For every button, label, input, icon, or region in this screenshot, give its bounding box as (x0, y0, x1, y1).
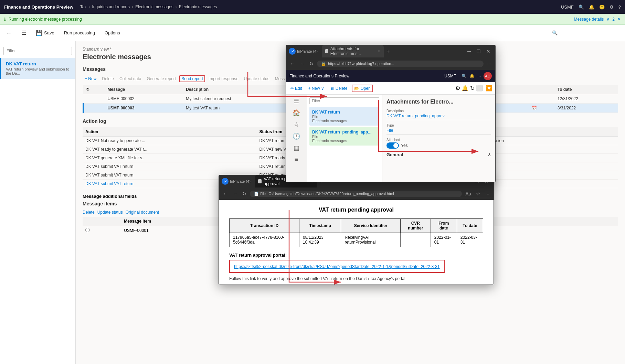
browser-more-button-1[interactable]: ··· (486, 60, 492, 67)
message-id-1[interactable]: USMF-000002 (105, 94, 183, 104)
erp-sidebar-grid[interactable]: ▦ (294, 144, 299, 152)
back-button[interactable]: ← (4, 29, 14, 38)
col-message[interactable]: Message (105, 85, 183, 94)
erp-toolbar-icon-1[interactable]: ⚙ (455, 85, 460, 91)
erp-toolbar-icon-3[interactable]: ↻ (470, 85, 475, 91)
erp-new-button[interactable]: + New ∨ (307, 85, 326, 92)
tab-title-1: Attachments for Electronic mes... (330, 46, 375, 56)
erp-sidebar-star[interactable]: ☆ (294, 121, 299, 128)
mi-radio-1[interactable] (85, 228, 90, 232)
minimize-button-1[interactable]: ─ (465, 48, 473, 55)
import-response-button[interactable]: Import response (206, 75, 241, 82)
update-status-button[interactable]: Update status (242, 75, 272, 82)
lock-icon: 🔒 (321, 62, 326, 66)
maximize-button-1[interactable]: ☐ (474, 48, 483, 55)
erp-inner-search-icon[interactable]: 🔍 (462, 74, 467, 78)
run-processing-button[interactable]: Run processing (62, 29, 97, 37)
vat-approval-link[interactable]: https://skttsit52-por.skat.dk/ntse-front… (234, 264, 440, 269)
erp-list-item-sub1-2: File (312, 135, 377, 139)
mi-delete-button[interactable]: Delete (83, 210, 95, 215)
erp-inner-bell-icon[interactable]: 🔔 (469, 74, 475, 78)
smiley-icon[interactable]: 🙂 (599, 4, 605, 10)
vat-timestamp: 08/11/2023 10:41:39 (299, 233, 341, 247)
erp-list-item-1[interactable]: DK VAT return File Electronic messages (309, 107, 379, 126)
browser-back-button[interactable]: ← (289, 60, 296, 67)
browser-forward-button[interactable]: → (298, 60, 306, 67)
sidebar-item-dk-vat[interactable]: DK VAT return VAT return preview and sub… (0, 58, 75, 79)
browser-address-bar-1[interactable]: 🔒 https://hxbh71wrpfdeabixg7.operation..… (317, 61, 484, 67)
col-refresh: ↻ (83, 85, 105, 94)
attached-toggle[interactable] (386, 142, 399, 149)
erp-sidebar-hamburger[interactable]: ☰ (294, 97, 299, 105)
file-icon: 📄 (254, 192, 259, 196)
generate-report-button[interactable]: Generate report (145, 75, 178, 82)
search-icon[interactable]: 🔍 (579, 4, 584, 10)
erp-edit-button[interactable]: ✏ Edit (289, 85, 304, 92)
erp-sidebar-home[interactable]: 🏠 (293, 109, 300, 117)
message-id-2[interactable]: USMF-000003 (105, 104, 183, 113)
vat-transaction-id: 117966a5-ac47-4778-8160-5c6446f3da (230, 233, 299, 247)
mi-original-doc-button[interactable]: Original document (126, 210, 159, 215)
collect-data-button[interactable]: Collect data (117, 75, 143, 82)
vat-portal-label: VAT return approval portal: (229, 253, 483, 258)
erp-inner-more-icon[interactable]: ··· (477, 74, 481, 78)
calendar-icon[interactable]: 📅 (532, 106, 537, 110)
app-title: Finance and Operations Preview (4, 4, 73, 10)
section-collapse-icon[interactable]: ∧ (488, 152, 491, 157)
b2-star-button[interactable]: ☆ (475, 190, 482, 197)
notif-close-icon[interactable]: ✕ (617, 17, 621, 22)
erp-toolbar-icon-4[interactable]: ⬜ (476, 85, 483, 91)
message-details-link[interactable]: Message details (574, 17, 604, 22)
help-icon[interactable]: ? (618, 4, 621, 10)
erp-delete-button[interactable]: 🗑 Delete (329, 85, 349, 92)
breadcrumb-electronic1[interactable]: Electronic messages (135, 4, 173, 9)
browser-address-bar-2[interactable]: 📄 File C:/Users/egolub/Downloads/DK%20VA… (250, 191, 462, 197)
options-button[interactable]: Options (103, 29, 122, 37)
toolbar-search-input[interactable] (552, 28, 621, 38)
message-to-2: 3/31/2022 (555, 104, 618, 113)
new-tab-button-1[interactable]: + (386, 48, 390, 54)
breadcrumb-electronic2[interactable]: Electronic messages (179, 4, 217, 9)
erp-filter-input[interactable] (309, 97, 379, 104)
erp-list-item-sub2-2: Electronic messages (312, 139, 377, 143)
col-to-date[interactable]: To date (555, 85, 618, 94)
vat-col-to: To date (457, 219, 483, 233)
top-bar-right: USMF 🔍 🔔 🙂 ⚙ ? (561, 4, 621, 10)
vat-col-transaction: Transaction ID (230, 219, 299, 233)
send-report-button[interactable]: Send report (179, 75, 205, 82)
vat-cvr (400, 233, 431, 247)
erp-list-item-title-2: DK VAT return_pending_app... (312, 130, 377, 135)
erp-inner-window: Finance and Operations Preview USMF 🔍 🔔 … (286, 70, 495, 182)
vat-col-cvr: CVR number (400, 219, 431, 233)
mi-update-status-button[interactable]: Update status (97, 210, 123, 215)
erp-sidebar-clock[interactable]: 🕐 (293, 132, 300, 140)
delete-message-button[interactable]: Delete (100, 75, 116, 82)
col-action[interactable]: Action (83, 127, 257, 137)
b2-back-button[interactable]: ← (222, 190, 229, 197)
erp-sidebar-list[interactable]: ≡ (295, 156, 298, 163)
settings-icon[interactable]: ⚙ (610, 4, 614, 10)
menu-button[interactable]: ☰ (19, 28, 28, 38)
b2-read-button[interactable]: Aa (464, 190, 473, 197)
new-message-button[interactable]: + New (83, 75, 98, 82)
bell-icon[interactable]: 🔔 (589, 4, 594, 10)
general-section-header: General ∧ (386, 152, 491, 157)
browser-tab-active-1[interactable]: Attachments for Electronic mes... ✕ (322, 45, 384, 57)
chevron-down-icon[interactable]: ∨ (606, 17, 610, 22)
b2-refresh-button[interactable]: ↻ (241, 190, 248, 197)
erp-open-button[interactable]: 📂 Open (352, 85, 373, 92)
b2-more-button[interactable]: ··· (484, 190, 491, 197)
erp-filter-icon[interactable]: 🔽 (486, 85, 492, 92)
sidebar-filter-input[interactable] (3, 47, 72, 55)
breadcrumb-tax[interactable]: Tax (80, 4, 87, 9)
breadcrumb-inquiries[interactable]: Inquiries and reports (92, 4, 130, 9)
vat-link-box: https://skttsit52-por.skat.dk/ntse-front… (229, 260, 445, 273)
erp-toolbar-icon-2[interactable]: 🔔 (462, 85, 468, 91)
notif-bar-right[interactable]: Message details ∨ 2 ✕ (574, 17, 621, 22)
tab-close-1[interactable]: ✕ (378, 50, 380, 53)
erp-list-item-2[interactable]: DK VAT return_pending_app... File Electr… (309, 127, 379, 146)
save-button[interactable]: 💾 Save (34, 28, 56, 38)
close-button-1[interactable]: ✕ (484, 48, 492, 55)
b2-forward-button[interactable]: → (231, 190, 239, 197)
browser-refresh-button[interactable]: ↻ (308, 60, 315, 67)
